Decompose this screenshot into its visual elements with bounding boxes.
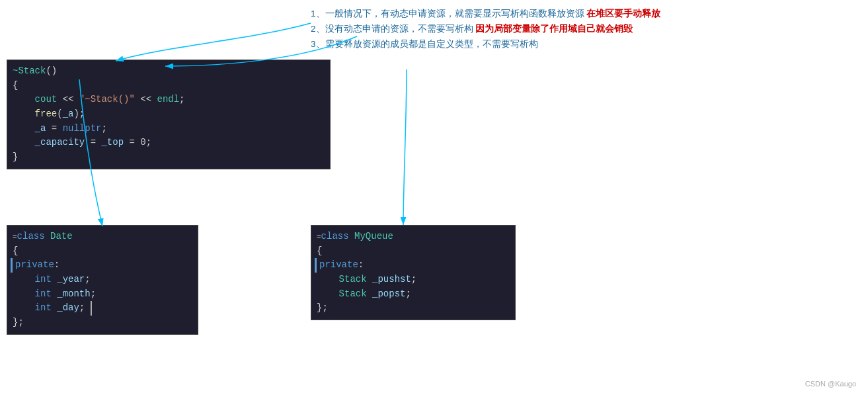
- code-line-close-brace: }: [13, 150, 323, 165]
- code-line-capacity: _capacity = _top = 0;: [13, 136, 323, 150]
- code-line-date-year: int _year;: [13, 273, 191, 287]
- code-line-date-class: =class Date: [13, 230, 191, 244]
- code-line-date-day: int _day;: [13, 301, 191, 316]
- annotation-area: 1、一般情况下，有动态申请资源，就需要显示写析构函数释放资源 在堆区要手动释放 …: [311, 7, 861, 52]
- code-line-free: free(_a);: [13, 107, 323, 122]
- code-line-date-open: {: [13, 244, 191, 259]
- code-line-myqueue-end: };: [317, 301, 508, 316]
- annotation-line-3: 3、需要释放资源的成员都是自定义类型，不需要写析构: [311, 37, 861, 52]
- code-line-myqueue-open: {: [317, 244, 508, 259]
- code-line-myqueue-popst: Stack _popst;: [317, 287, 508, 302]
- watermark: CSDN @Kaugo: [805, 380, 856, 388]
- code-line-myqueue-private: private:: [315, 258, 508, 273]
- code-line-destructor-name: ~Stack(): [13, 64, 323, 79]
- code-line-open-brace: {: [13, 79, 323, 93]
- code-line-date-end: };: [13, 316, 191, 330]
- code-line-myqueue-pushst: Stack _pushst;: [317, 273, 508, 287]
- panel-date: =class Date { private: int _year; int _m…: [7, 225, 198, 335]
- annotation-line-1: 1、一般情况下，有动态申请资源，就需要显示写析构函数释放资源 在堆区要手动释放: [311, 7, 861, 22]
- code-line-date-private: private:: [11, 258, 191, 273]
- code-line-myqueue-class: =class MyQueue: [317, 230, 508, 244]
- code-line-cout: cout << "~Stack()" << endl;: [13, 93, 323, 107]
- main-container: 1、一般情况下，有动态申请资源，就需要显示写析构函数释放资源 在堆区要手动释放 …: [0, 0, 868, 393]
- panel-myqueue: =class MyQueue { private: Stack _pushst;…: [311, 225, 516, 320]
- panel-destructor: ~Stack() { cout << "~Stack()" << endl; f…: [7, 60, 331, 169]
- code-line-date-month: int _month;: [13, 287, 191, 302]
- annotation-line-2: 2、没有动态申请的资源，不需要写析构 因为局部变量除了作用域自己就会销毁: [311, 22, 861, 37]
- code-line-nullptr: _a = nullptr;: [13, 122, 323, 136]
